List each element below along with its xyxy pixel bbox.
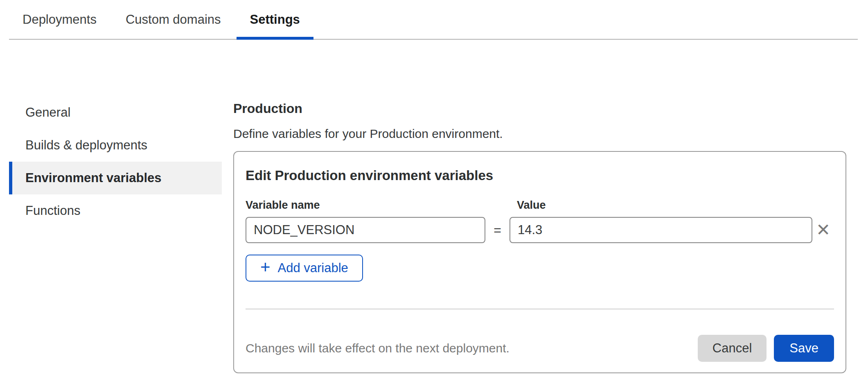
cancel-button[interactable]: Cancel: [698, 335, 767, 362]
tab-custom-domains[interactable]: Custom domains: [112, 0, 234, 39]
add-variable-label: Add variable: [278, 261, 348, 275]
settings-content: General Builds & deployments Environment…: [0, 96, 868, 373]
sidebar-item-label: Builds & deployments: [25, 138, 147, 153]
sidebar-item-functions[interactable]: Functions: [9, 194, 222, 227]
variable-name-input[interactable]: [246, 217, 485, 243]
sidebar-item-builds-deployments[interactable]: Builds & deployments: [9, 129, 222, 162]
tab-label: Settings: [250, 12, 300, 27]
sidebar-item-label: Functions: [25, 203, 80, 218]
active-tab-underline: [237, 37, 313, 40]
edit-variables-card: Edit Production environment variables Va…: [233, 151, 846, 373]
plus-icon: +: [260, 259, 271, 276]
value-label: Value: [510, 199, 812, 212]
section-description: Define variables for your Production env…: [233, 126, 846, 141]
card-divider: [246, 309, 834, 309]
add-variable-button[interactable]: + Add variable: [246, 255, 363, 282]
tab-deployments[interactable]: Deployments: [9, 0, 110, 39]
environment-variables-panel: Production Define variables for your Pro…: [233, 96, 846, 373]
sidebar-item-general[interactable]: General: [9, 96, 222, 129]
sidebar-item-label: Environment variables: [25, 171, 162, 185]
save-button[interactable]: Save: [774, 335, 834, 362]
variable-labels-row: Variable name Value: [246, 199, 834, 212]
sidebar-item-label: General: [25, 105, 70, 120]
variable-value-input[interactable]: [510, 217, 812, 243]
tab-label: Custom domains: [126, 12, 221, 27]
deployment-note: Changes will take effect on the next dep…: [246, 341, 698, 355]
card-footer: Changes will take effect on the next dep…: [246, 335, 834, 362]
settings-sidebar: General Builds & deployments Environment…: [9, 96, 222, 227]
close-icon: ✕: [816, 220, 830, 239]
card-title: Edit Production environment variables: [246, 167, 834, 184]
project-tab-bar: Deployments Custom domains Settings: [9, 0, 858, 40]
sidebar-item-environment-variables[interactable]: Environment variables: [9, 162, 222, 194]
page-title: Production: [233, 101, 846, 116]
variable-row: = ✕: [246, 217, 834, 243]
variable-name-label: Variable name: [246, 199, 485, 212]
equals-sign: =: [485, 223, 510, 238]
tab-settings[interactable]: Settings: [237, 0, 313, 39]
remove-variable-button[interactable]: ✕: [816, 221, 830, 239]
tab-label: Deployments: [23, 12, 97, 27]
